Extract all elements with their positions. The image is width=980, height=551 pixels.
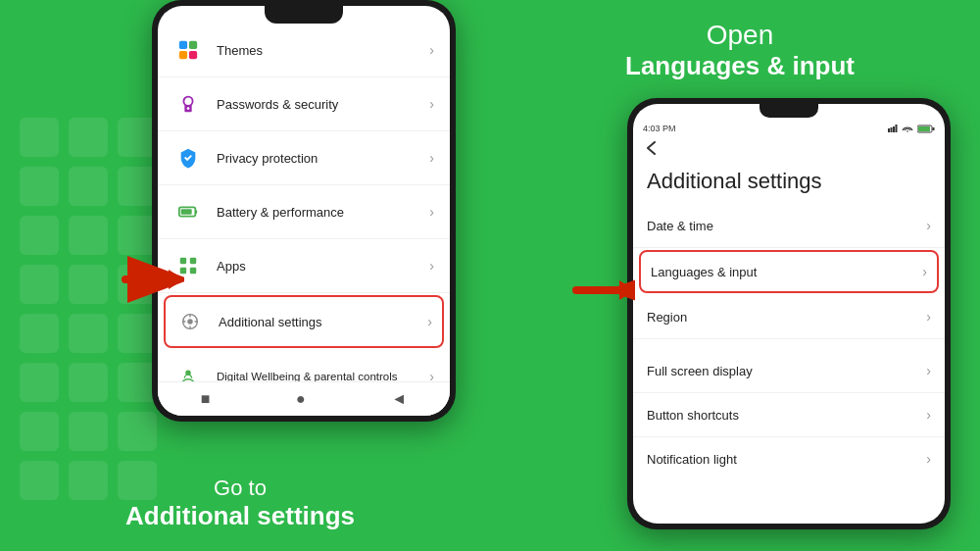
right-list-fullscreen[interactable]: Full screen display › bbox=[633, 349, 945, 393]
svg-rect-24 bbox=[891, 127, 893, 132]
right-list-region[interactable]: Region › bbox=[633, 295, 945, 339]
battery-chevron: › bbox=[429, 204, 434, 220]
nav-back[interactable]: ◄ bbox=[391, 390, 407, 408]
privacy-label: Privacy protection bbox=[217, 151, 429, 166]
phone-right-screen: 4:03 PM Additional settings Date & time … bbox=[633, 104, 945, 524]
fullscreen-chevron: › bbox=[926, 363, 931, 378]
region-label: Region bbox=[647, 310, 926, 325]
notification-light-chevron: › bbox=[926, 451, 931, 467]
svg-point-15 bbox=[187, 319, 193, 325]
apps-chevron: › bbox=[429, 258, 434, 274]
button-shortcuts-label: Button shortcuts bbox=[647, 408, 926, 423]
svg-rect-26 bbox=[896, 125, 898, 132]
right-list-notification-light[interactable]: Notification light › bbox=[633, 437, 945, 480]
button-shortcuts-chevron: › bbox=[926, 407, 931, 423]
themes-chevron: › bbox=[429, 42, 434, 58]
date-time-label: Date & time bbox=[647, 219, 926, 233]
svg-rect-3 bbox=[189, 51, 197, 59]
svg-rect-8 bbox=[181, 209, 192, 215]
battery-label: Battery & performance bbox=[217, 205, 429, 220]
svg-rect-9 bbox=[195, 210, 197, 214]
status-bar-right: 4:03 PM bbox=[633, 122, 945, 135]
settings-item-privacy[interactable]: Privacy protection › bbox=[158, 131, 450, 185]
phone-notch-right bbox=[760, 104, 818, 118]
svg-rect-13 bbox=[190, 268, 196, 274]
settings-item-additional[interactable]: Additional settings › bbox=[164, 295, 444, 348]
additional-settings-text: Additional settings bbox=[0, 501, 480, 531]
back-arrow-right[interactable] bbox=[633, 135, 945, 165]
nav-square[interactable]: ■ bbox=[201, 390, 211, 408]
svg-point-27 bbox=[906, 130, 908, 132]
right-list-languages[interactable]: Languages & input › bbox=[639, 250, 939, 293]
svg-rect-29 bbox=[918, 126, 930, 131]
passwords-icon bbox=[173, 89, 203, 119]
passwords-label: Passwords & security bbox=[217, 97, 429, 112]
settings-list: Themes › Passwords & security › Pr bbox=[158, 24, 450, 404]
svg-point-6 bbox=[187, 107, 190, 110]
right-list-button-shortcuts[interactable]: Button shortcuts › bbox=[633, 393, 945, 437]
notification-light-label: Notification light bbox=[647, 452, 926, 467]
additional-label: Additional settings bbox=[219, 315, 427, 329]
status-time: 4:03 PM bbox=[643, 124, 676, 133]
svg-rect-25 bbox=[893, 126, 895, 132]
settings-item-battery[interactable]: Battery & performance › bbox=[158, 185, 450, 239]
svg-rect-30 bbox=[933, 127, 935, 130]
svg-marker-32 bbox=[619, 280, 635, 300]
apps-label: Apps bbox=[217, 259, 429, 274]
themes-label: Themes bbox=[217, 43, 429, 58]
right-section: Open Languages & input 4:03 PM Additiona… bbox=[490, 0, 980, 551]
bottom-nav-left: ■ ● ◄ bbox=[158, 381, 450, 416]
region-chevron: › bbox=[926, 309, 931, 325]
languages-chevron: › bbox=[922, 264, 927, 279]
svg-rect-1 bbox=[189, 41, 197, 49]
settings-item-passwords[interactable]: Passwords & security › bbox=[158, 77, 450, 131]
status-icons bbox=[888, 124, 935, 133]
settings-item-themes[interactable]: Themes › bbox=[158, 24, 450, 77]
settings-item-apps[interactable]: Apps › bbox=[158, 239, 450, 293]
svg-point-4 bbox=[183, 97, 192, 106]
right-page-title: Additional settings bbox=[633, 165, 945, 204]
arrow-to-additional bbox=[116, 255, 184, 316]
svg-rect-0 bbox=[179, 41, 187, 49]
nav-circle[interactable]: ● bbox=[296, 390, 306, 408]
privacy-icon bbox=[173, 143, 203, 173]
top-text-right: Open Languages & input bbox=[500, 20, 980, 81]
themes-icon bbox=[173, 35, 203, 65]
bottom-text-left: Go to Additional settings bbox=[0, 476, 480, 531]
open-label: Open bbox=[500, 20, 980, 51]
spacer bbox=[633, 339, 945, 349]
svg-rect-2 bbox=[179, 51, 187, 59]
phone-notch-left bbox=[265, 6, 343, 24]
arrow-to-languages bbox=[566, 263, 635, 321]
languages-label: Languages & input bbox=[651, 265, 922, 279]
battery-icon bbox=[173, 197, 203, 226]
passwords-chevron: › bbox=[429, 96, 434, 112]
date-time-chevron: › bbox=[926, 218, 931, 233]
svg-marker-22 bbox=[169, 270, 184, 289]
go-to-label: Go to bbox=[0, 476, 480, 501]
additional-chevron: › bbox=[427, 314, 432, 329]
svg-rect-11 bbox=[190, 258, 196, 264]
left-section: Themes › Passwords & security › Pr bbox=[0, 0, 490, 551]
privacy-chevron: › bbox=[429, 150, 434, 166]
svg-rect-23 bbox=[888, 128, 890, 132]
fullscreen-label: Full screen display bbox=[647, 364, 926, 378]
right-list-date-time[interactable]: Date & time › bbox=[633, 204, 945, 248]
phone-left-screen: Themes › Passwords & security › Pr bbox=[158, 6, 450, 416]
phone-right: 4:03 PM Additional settings Date & time … bbox=[627, 98, 951, 529]
languages-input-text: Languages & input bbox=[500, 51, 980, 81]
phone-left: Themes › Passwords & security › Pr bbox=[152, 0, 456, 422]
